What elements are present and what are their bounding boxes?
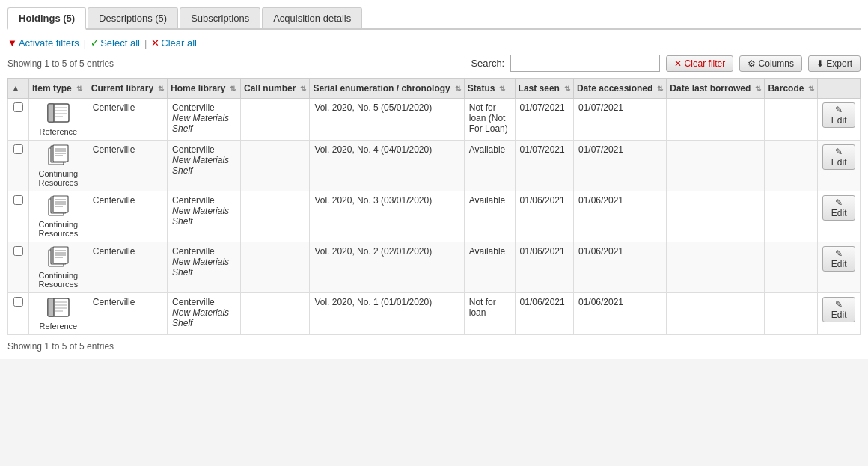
filter-toolbar: ▼Activate filters | ✓Select all | ✕Clear…	[7, 37, 861, 49]
row-checkbox-cell	[8, 293, 29, 335]
col-date-accessioned[interactable]: Date accessioned⇅	[573, 79, 666, 99]
row-checkbox-cell	[8, 99, 29, 141]
col-call-number[interactable]: Call number⇅	[241, 79, 310, 99]
status-cell: Available	[464, 141, 515, 191]
col-serial-enum[interactable]: Serial enumeration / chronology⇅	[310, 79, 464, 99]
call-number-cell	[241, 99, 310, 141]
table-row: Continuing ResourcesCentervilleCentervil…	[8, 141, 861, 191]
item-type-cell: Continuing Resources	[29, 191, 88, 242]
item-type-label: Continuing Resources	[34, 169, 83, 187]
date-last-borrowed-cell	[667, 99, 765, 141]
row-checkbox[interactable]	[13, 246, 23, 256]
serial-icon	[48, 246, 69, 269]
table-row: ReferenceCentervilleCentervilleNew Mater…	[8, 293, 861, 335]
edit-button[interactable]: ✎ Edit	[822, 297, 855, 322]
edit-pencil-icon: ✎	[835, 147, 843, 157]
item-type-cell: Continuing Resources	[29, 141, 88, 191]
date-accessioned-cell: 01/06/2021	[573, 293, 666, 335]
activate-filters-link[interactable]: ▼Activate filters	[7, 37, 79, 49]
barcode-cell	[765, 242, 818, 293]
barcode-cell	[765, 99, 818, 141]
row-checkbox[interactable]	[13, 195, 23, 205]
export-button[interactable]: ⬇ Export	[808, 55, 861, 72]
edit-cell: ✎ Edit	[818, 191, 861, 242]
item-type-cell: Continuing Resources	[29, 242, 88, 293]
table-body: ReferenceCentervilleCentervilleNew Mater…	[8, 99, 861, 335]
edit-pencil-icon: ✎	[835, 248, 843, 259]
date-accessioned-cell: 01/06/2021	[573, 191, 666, 242]
sort-icon-date-bor: ⇅	[755, 85, 761, 93]
current-library-cell: Centerville	[88, 293, 167, 335]
barcode-cell	[765, 141, 818, 191]
book-icon	[46, 102, 70, 125]
col-date-last-borrowed[interactable]: Date last borrowed⇅	[667, 79, 765, 99]
search-input[interactable]	[510, 55, 660, 72]
barcode-cell	[765, 293, 818, 335]
edit-button[interactable]: ✎ Edit	[822, 144, 855, 170]
row-checkbox[interactable]	[13, 297, 23, 307]
serial-enum-cell: Vol. 2020, No. 5 (05/01/2020)	[310, 99, 464, 141]
row-checkbox[interactable]	[13, 102, 23, 112]
current-library-cell: Centerville	[88, 141, 167, 191]
sort-icon-barcode: ⇅	[808, 85, 814, 93]
status-cell: Not for loan	[464, 293, 515, 335]
clear-all-link[interactable]: ✕Clear all	[151, 37, 197, 49]
row-checkbox[interactable]	[13, 144, 23, 154]
item-type-content: Reference	[34, 102, 83, 136]
col-barcode[interactable]: Barcode⇅	[765, 79, 818, 99]
tab-descriptions[interactable]: Descriptions (5)	[88, 7, 178, 28]
svg-rect-29	[48, 298, 54, 316]
call-number-cell	[241, 242, 310, 293]
tab-holdings[interactable]: Holdings (5)	[7, 7, 86, 30]
filter-icon: ▼	[7, 37, 17, 49]
tab-acquisition[interactable]: Acquisition details	[262, 7, 362, 28]
item-type-content: Reference	[34, 297, 83, 331]
table-row: Continuing ResourcesCentervilleCentervil…	[8, 242, 861, 293]
date-last-borrowed-cell	[667, 191, 765, 242]
current-library-cell: Centerville	[88, 99, 167, 141]
book-icon	[46, 297, 70, 319]
status-cell: Available	[464, 242, 515, 293]
sort-icon-current-lib: ⇅	[158, 85, 164, 93]
edit-button[interactable]: ✎ Edit	[822, 102, 855, 128]
col-status[interactable]: Status⇅	[464, 79, 515, 99]
home-library-cell: CentervilleNew Materials Shelf	[168, 99, 241, 141]
edit-button[interactable]: ✎ Edit	[822, 246, 855, 272]
col-last-seen[interactable]: Last seen⇅	[515, 79, 573, 99]
col-item-type[interactable]: Item type⇅	[29, 79, 88, 99]
showing-label-bottom: Showing 1 to 5 of 5 entries	[7, 341, 861, 352]
col-current-library[interactable]: Current library⇅	[88, 79, 167, 99]
date-last-borrowed-cell	[667, 242, 765, 293]
page-wrapper: Holdings (5) Descriptions (5) Subscripti…	[0, 0, 868, 359]
row-checkbox-cell	[8, 242, 29, 293]
call-number-cell	[241, 191, 310, 242]
row-checkbox-cell	[8, 191, 29, 242]
table-header: ▲ Item type⇅ Current library⇅ Home libra…	[8, 79, 861, 99]
current-library-cell: Centerville	[88, 242, 167, 293]
sort-icon-date-acc: ⇅	[657, 85, 663, 93]
select-all-link[interactable]: ✓Select all	[91, 37, 140, 49]
table-row: ReferenceCentervilleCentervilleNew Mater…	[8, 99, 861, 141]
date-last-borrowed-cell	[667, 141, 765, 191]
item-type-label: Continuing Resources	[34, 271, 83, 289]
sep-1: |	[84, 37, 86, 49]
columns-button[interactable]: ⚙ Columns	[739, 55, 802, 72]
col-home-library[interactable]: Home library⇅	[168, 79, 241, 99]
sort-icon-serial: ⇅	[455, 85, 461, 93]
table-row: Continuing ResourcesCentervilleCentervil…	[8, 191, 861, 242]
clear-filter-button[interactable]: ✕ Clear filter	[666, 55, 733, 72]
barcode-cell	[765, 191, 818, 242]
item-type-content: Continuing Resources	[34, 144, 83, 187]
check-icon: ✓	[91, 37, 99, 49]
last-seen-cell: 01/06/2021	[515, 191, 573, 242]
row-checkbox-cell	[8, 141, 29, 191]
edit-button[interactable]: ✎ Edit	[822, 195, 855, 221]
edit-cell: ✎ Edit	[818, 99, 861, 141]
item-type-label: Reference	[39, 127, 77, 136]
serial-enum-cell: Vol. 2020, No. 3 (03/01/2020)	[310, 191, 464, 242]
sort-icon-status: ⇅	[499, 85, 505, 93]
home-library-cell: CentervilleNew Materials Shelf	[168, 293, 241, 335]
controls-row: Showing 1 to 5 of 5 entries Search: ✕ Cl…	[7, 55, 861, 72]
home-library-cell: CentervilleNew Materials Shelf	[168, 242, 241, 293]
tab-subscriptions[interactable]: Subscriptions	[180, 7, 260, 28]
